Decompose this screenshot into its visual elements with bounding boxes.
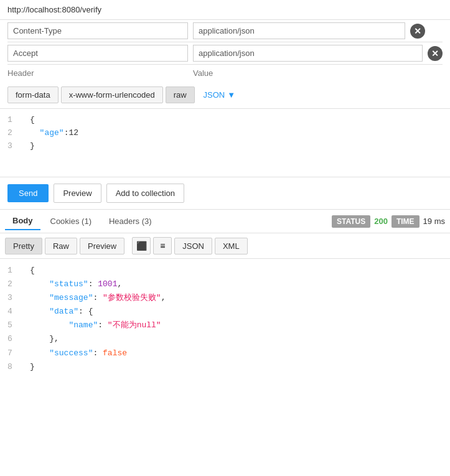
form-data-button[interactable]: form-data <box>7 86 59 103</box>
body-format-bar: form-data x-www-form-urlencoded raw JSON… <box>0 82 450 109</box>
code-line-2: 2 "age":12 <box>7 127 443 140</box>
wrap-button[interactable]: ≡ <box>153 237 172 254</box>
send-button[interactable]: Send <box>7 184 49 202</box>
remove-header-2-button[interactable]: ✕ <box>428 46 443 61</box>
chevron-down-icon: ▼ <box>227 90 235 100</box>
action-bar: Send Preview Add to collection <box>0 177 450 210</box>
copy-button[interactable]: ⬛ <box>132 237 151 254</box>
xml-response-button[interactable]: XML <box>215 238 248 254</box>
line-num-2: 2 <box>7 127 20 140</box>
resp-line-1: 1 { <box>7 264 443 278</box>
preview-button[interactable]: Preview <box>54 184 101 203</box>
time-value: 19 ms <box>423 217 445 226</box>
status-value: 200 <box>374 217 388 226</box>
code-line-1: 1 { <box>7 114 443 127</box>
tab-cookies[interactable]: Cookies (1) <box>43 213 99 230</box>
add-to-collection-button[interactable]: Add to collection <box>106 184 184 203</box>
preview-response-button[interactable]: Preview <box>80 238 124 254</box>
tab-body[interactable]: Body <box>5 212 40 230</box>
header-row-2: ✕ <box>7 42 443 65</box>
line-content-3: } <box>30 140 35 153</box>
resp-line-6: 6 }, <box>7 332 443 346</box>
response-tabs: Body Cookies (1) Headers (3) STATUS 200 … <box>0 210 450 233</box>
urlencoded-button[interactable]: x-www-form-urlencoded <box>61 86 163 103</box>
url-text: http://localhost:8080/verify <box>7 5 101 14</box>
request-body-editor[interactable]: 1 { 2 "age":12 3 } <box>0 109 450 177</box>
header-name-placeholder[interactable] <box>7 68 188 78</box>
resp-line-3: 3 "message": "参数校验失败", <box>7 291 443 305</box>
header-value-input-2[interactable] <box>193 45 423 62</box>
raw-response-button[interactable]: Raw <box>45 238 77 254</box>
json-response-button[interactable]: JSON <box>174 238 212 254</box>
response-body: 1 { 2 "status": 1001, 3 "message": "参数校验… <box>0 259 450 379</box>
header-placeholder-row <box>7 65 443 82</box>
line-num-1: 1 <box>7 114 20 127</box>
header-value-input-1[interactable] <box>193 22 405 39</box>
headers-section: ✕ ✕ <box>0 20 450 82</box>
raw-button[interactable]: raw <box>166 86 195 103</box>
resp-line-4: 4 "data": { <box>7 305 443 319</box>
remove-header-1-button[interactable]: ✕ <box>410 24 425 39</box>
header-name-input-1[interactable] <box>7 22 188 39</box>
pretty-button[interactable]: Pretty <box>5 238 42 254</box>
header-value-placeholder[interactable] <box>193 68 443 78</box>
tab-headers[interactable]: Headers (3) <box>101 213 159 230</box>
status-label: STATUS <box>332 215 370 228</box>
url-bar: http://localhost:8080/verify <box>0 0 450 20</box>
line-content-1: { <box>30 114 35 127</box>
resp-line-8: 8 } <box>7 360 443 374</box>
line-num-3: 3 <box>7 140 20 153</box>
json-type-dropdown[interactable]: JSON ▼ <box>197 87 242 103</box>
json-type-label: JSON <box>204 90 225 100</box>
resp-line-5: 5 "name": "不能为null" <box>7 319 443 332</box>
time-label: TIME <box>391 215 420 228</box>
resp-line-2: 2 "status": 1001, <box>7 278 443 291</box>
response-format-bar: Pretty Raw Preview ⬛ ≡ JSON XML <box>0 233 450 259</box>
resp-line-7: 7 "success": false <box>7 347 443 360</box>
header-name-input-2[interactable] <box>7 45 188 62</box>
response-status-section: STATUS 200 TIME 19 ms <box>332 215 445 228</box>
code-line-3: 3 } <box>7 140 443 153</box>
header-row-1: ✕ <box>7 20 443 42</box>
line-content-2: "age":12 <box>30 127 78 140</box>
